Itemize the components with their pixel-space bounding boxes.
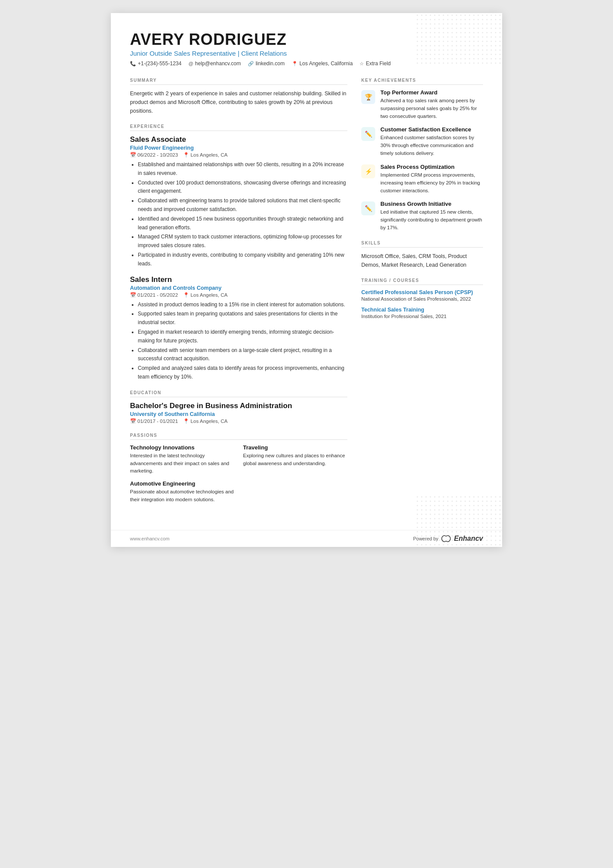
header: AVERY RODRIGUEZ Junior Outside Sales Rep… [130,30,483,67]
job-entry-2: Sales Intern Automation and Controls Com… [130,275,347,382]
footer-brand: Powered by Enhancv [413,535,483,543]
achievements-label: KEY ACHIEVEMENTS [361,78,483,85]
bullet-1-2: Conducted over 100 product demonstration… [138,179,347,196]
passion-title-2: Traveling [243,444,347,451]
training-item-1: Certified Professional Sales Person (CPS… [361,289,483,302]
achievement-icon-3: ⚡ [361,164,375,178]
passions-grid: Technology Innovations Interested in the… [130,444,347,504]
location-icon: 📍 [292,61,298,67]
passion-desc-2: Exploring new cultures and places to enh… [243,452,347,468]
achievement-desc-2: Enhanced customer satisfaction scores by… [380,134,483,157]
passion-desc-3: Passionate about automotive technologies… [130,488,234,504]
achievements-section: KEY ACHIEVEMENTS 🏆 Top Performer Award A… [361,78,483,232]
pin-icon-2: 📍 [183,292,189,298]
bullet-2-5: Compiled and analyzed sales data to iden… [138,364,347,382]
skills-section: SKILLS Microsoft Office, Sales, CRM Tool… [361,241,483,269]
job-bullets-1: Established and maintained relationships… [130,161,347,268]
experience-section: EXPERIENCE Sales Associate Fluid Power E… [130,124,347,382]
link-icon: 🔗 [248,61,254,67]
pin-icon-1: 📍 [183,152,189,158]
achievement-item-3: ⚡ Sales Process Optimization Implemented… [361,164,483,194]
brand-name: Enhancv [454,535,483,543]
training-section: TRAINING / COURSES Certified Professiona… [361,278,483,319]
passion-item-2: Traveling Exploring new cultures and pla… [243,444,347,475]
job-title-1: Sales Associate [130,135,347,144]
achievement-title-1: Top Performer Award [380,89,483,96]
bullet-1-5: Managed CRM system to track customer int… [138,233,347,250]
calendar-icon-1: 📅 [130,152,136,158]
training-item-2: Technical Sales Training Institution for… [361,307,483,319]
achievement-title-3: Sales Process Optimization [380,164,483,170]
education-section: EDUCATION Bachelor's Degree in Business … [130,390,347,424]
passions-label: PASSIONS [130,433,347,440]
experience-label: EXPERIENCE [130,124,347,131]
star-icon: ☆ [360,61,364,67]
contact-linkedin: 🔗 linkedin.com [248,60,285,67]
achievement-desc-1: Achieved a top sales rank among peers by… [380,97,483,120]
edu-school-1: University of Southern California [130,411,347,417]
bullet-2-4: Collaborated with senior team members on… [138,346,347,364]
job-bullets-2: Assisted in product demos leading to a 1… [130,301,347,382]
job-company-1: Fluid Power Engineering [130,145,347,151]
bullet-1-6: Participated in industry events, contrib… [138,251,347,268]
summary-section: SUMMARY Energetic with 2 years of experi… [130,78,347,115]
achievement-icon-2: ✏️ [361,127,375,141]
calendar-icon-2: 📅 [130,292,136,298]
calendar-icon-edu: 📅 [130,418,136,424]
edu-meta-1: 📅 01/2017 - 01/2021 📍 Los Angeles, CA [130,418,347,424]
passion-title-1: Technology Innovations [130,444,234,451]
powered-by-text: Powered by [413,536,438,541]
email-icon: @ [188,61,193,66]
job-entry-1: Sales Associate Fluid Power Engineering … [130,135,347,268]
resume-document: AVERY RODRIGUEZ Junior Outside Sales Rep… [111,13,502,547]
bullet-2-2: Supported sales team in preparing quotat… [138,310,347,327]
edu-date-1: 📅 01/2017 - 01/2021 [130,418,178,424]
achievement-desc-3: Implemented CRM process improvements, in… [380,171,483,194]
training-inst-2: Institution for Professional Sales, 2021 [361,314,483,319]
candidate-name: AVERY RODRIGUEZ [130,30,483,49]
job-meta-1: 📅 06/2022 - 10/2023 📍 Los Angeles, CA [130,152,347,158]
contact-phone: 📞 +1-(234)-555-1234 [130,60,181,67]
achievement-item-2: ✏️ Customer Satisfaction Excellence Enha… [361,126,483,157]
skills-label: SKILLS [361,241,483,248]
achievement-title-2: Customer Satisfaction Excellence [380,126,483,133]
education-entry-1: Bachelor's Degree in Business Administra… [130,402,347,424]
job-date-2: 📅 01/2021 - 05/2022 [130,292,178,298]
training-title-2: Technical Sales Training [361,307,483,313]
job-title-2: Sales Intern [130,275,347,284]
edu-degree-1: Bachelor's Degree in Business Administra… [130,402,347,410]
candidate-title: Junior Outside Sales Representative | Cl… [130,50,483,57]
passion-item-3: Automotive Engineering Passionate about … [130,480,234,504]
bullet-2-1: Assisted in product demos leading to a 1… [138,301,347,309]
enhancv-logo-icon [441,535,451,542]
job-date-1: 📅 06/2022 - 10/2023 [130,152,178,158]
achievement-title-4: Business Growth Initiative [380,201,483,207]
left-column: SUMMARY Energetic with 2 years of experi… [130,78,347,513]
footer: www.enhancv.com Powered by Enhancv [111,530,502,547]
achievement-icon-1: 🏆 [361,90,375,104]
footer-website: www.enhancv.com [130,536,170,541]
pin-icon-edu: 📍 [183,418,189,424]
contact-extra: ☆ Extra Field [360,60,390,67]
training-inst-1: National Association of Sales Profession… [361,296,483,302]
contact-email: @ help@enhancv.com [188,60,241,67]
phone-icon: 📞 [130,61,136,67]
passions-section: PASSIONS Technology Innovations Interest… [130,433,347,504]
passion-item-1: Technology Innovations Interested in the… [130,444,234,475]
bullet-1-1: Established and maintained relationships… [138,161,347,178]
job-location-1: 📍 Los Angeles, CA [183,152,227,158]
passion-desc-1: Interested in the latest technology adva… [130,452,234,475]
achievement-desc-4: Led initiative that captured 15 new clie… [380,208,483,231]
achievement-item-4: ✏️ Business Growth Initiative Led initia… [361,201,483,231]
job-location-2: 📍 Los Angeles, CA [183,292,227,298]
bullet-1-4: Identified and developed 15 new business… [138,215,347,232]
achievement-item-1: 🏆 Top Performer Award Achieved a top sal… [361,89,483,120]
job-company-2: Automation and Controls Company [130,285,347,291]
edu-location-1: 📍 Los Angeles, CA [183,418,227,424]
bullet-2-3: Engaged in market research to identify e… [138,328,347,345]
achievement-icon-4: ✏️ [361,201,375,215]
skills-text: Microsoft Office, Sales, CRM Tools, Prod… [361,252,483,269]
bullet-1-3: Collaborated with engineering teams to p… [138,197,347,214]
contact-row: 📞 +1-(234)-555-1234 @ help@enhancv.com 🔗… [130,60,483,67]
job-meta-2: 📅 01/2021 - 05/2022 📍 Los Angeles, CA [130,292,347,298]
